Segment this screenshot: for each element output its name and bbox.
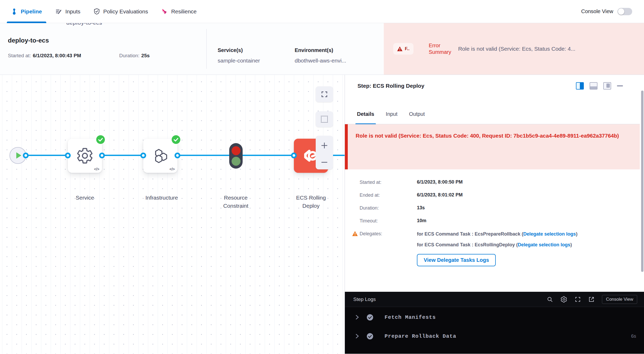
tab-policy-evaluations[interactable]: Policy Evaluations <box>94 0 148 23</box>
step-details-panel: Step: ECS Rolling Deploy Details Input O… <box>345 75 644 354</box>
zoom-out-button[interactable] <box>320 161 328 164</box>
tab-inputs[interactable]: Inputs <box>55 0 80 23</box>
divider <box>206 29 207 69</box>
failed-status-text: F.. <box>405 46 410 51</box>
canvas-select-button[interactable] <box>316 111 333 127</box>
error-summary-strip: F.. Error Summary Role is not valid (Ser… <box>384 23 644 75</box>
detail-label: Timeout: <box>360 218 417 224</box>
delegate-entry: for ECS Command Task : EcsPrepareRollbac… <box>417 231 577 237</box>
step-logs-header: Step Logs Console View <box>345 292 644 307</box>
tab-label: Policy Evaluations <box>103 8 148 15</box>
log-section-duration: 6s <box>631 334 636 339</box>
layout-bottom-panel-button[interactable] <box>590 82 597 90</box>
detail-label: Started at: <box>360 179 417 185</box>
console-view-toggle[interactable] <box>617 8 632 15</box>
detail-value: 10m <box>417 218 426 224</box>
services-label: Service(s) <box>218 47 260 53</box>
marquee-icon <box>321 116 328 123</box>
started-at-label: Started at: <box>8 53 31 59</box>
error-summary-text: Role is not valid (Service: Ecs, Status … <box>458 46 644 52</box>
zoom-in-button[interactable] <box>320 142 328 149</box>
node-service[interactable]: </> <box>68 139 102 173</box>
duration-label: Duration: <box>119 53 139 59</box>
step-panel-title: Step: ECS Rolling Deploy <box>357 83 424 89</box>
services-value[interactable]: sample-container <box>218 58 260 64</box>
environments-block: Environment(s) dbothwell-aws-envi... <box>295 47 346 64</box>
traffic-green-light <box>232 157 241 166</box>
node-label-resource-constraint: Resource Constraint <box>217 194 254 210</box>
inputs-icon <box>55 8 62 15</box>
tab-output[interactable]: Output <box>409 104 425 124</box>
detail-value: 6/1/2023, 8:00:50 PM <box>417 179 463 185</box>
node-label-infrastructure: Infrastructure <box>141 194 183 202</box>
node-label-service: Service <box>67 194 103 202</box>
log-row[interactable]: Prepare Rollback Data 6s <box>345 327 644 345</box>
log-row[interactable]: Fetch Manifests <box>345 309 644 326</box>
port <box>99 153 105 158</box>
step-logs-title: Step Logs <box>353 296 376 302</box>
shield-check-icon <box>94 8 100 15</box>
tab-input[interactable]: Input <box>386 104 397 124</box>
tab-resilience[interactable]: Resilience <box>161 0 197 23</box>
error-banner-text: Role is not valid (Service: Ecs, Status … <box>348 124 630 169</box>
main-area: </> </> <box>0 75 644 354</box>
detail-row-duration: Duration: 13s <box>360 205 628 211</box>
canvas-fullscreen-button[interactable] <box>316 86 333 102</box>
gear-icon[interactable] <box>560 296 567 303</box>
execution-header: deploy-to-ecs deploy-to-ecs Started at: … <box>0 23 644 75</box>
edge <box>242 155 294 156</box>
detail-label: Duration: <box>360 205 417 211</box>
view-delegate-tasks-logs-button[interactable]: View Delegate Tasks Logs <box>417 254 496 266</box>
warning-triangle-icon <box>352 231 358 236</box>
traffic-red-light <box>232 146 241 155</box>
app-root: Pipeline Inputs Policy Evaluations <box>0 0 644 354</box>
open-in-new-icon[interactable] <box>588 296 595 303</box>
detail-label: Delegates: <box>360 231 417 266</box>
tab-label: Inputs <box>65 8 80 15</box>
hexagons-icon <box>152 147 169 164</box>
node-resource-constraint[interactable] <box>229 143 243 169</box>
chevron-right-icon[interactable] <box>355 334 359 339</box>
check-circle-icon <box>366 314 374 321</box>
detail-label: Ended at: <box>360 192 417 198</box>
layout-floating-panel-button[interactable] <box>603 82 611 90</box>
detail-row-ended: Ended at: 6/1/2023, 8:01:02 PM <box>360 192 628 198</box>
pipeline-icon <box>11 8 17 15</box>
step-tabs: Details Input Output <box>345 104 640 124</box>
execution-summary: deploy-to-ecs Started at: 6/1/2023, 8:00… <box>8 37 150 59</box>
delegate-selection-logs-link[interactable]: Delegate selection logs <box>518 242 570 247</box>
tab-details[interactable]: Details <box>357 104 374 124</box>
error-summary-label: Error Summary <box>429 42 458 55</box>
started-at-value: 6/1/2023, 8:00:43 PM <box>33 53 81 59</box>
console-view-label: Console View <box>581 8 613 14</box>
panel-scrollbar[interactable] <box>641 91 643 272</box>
logs-console-view-button[interactable]: Console View <box>602 295 637 304</box>
pipeline-canvas[interactable]: </> </> <box>0 75 345 354</box>
tab-pipeline[interactable]: Pipeline <box>11 0 42 23</box>
code-glyph: </> <box>170 167 175 171</box>
toggle-knob <box>618 8 624 15</box>
fullscreen-icon[interactable] <box>575 296 581 303</box>
canvas-zoom-controls <box>316 136 333 169</box>
failed-status-badge: F.. <box>393 43 413 55</box>
warning-triangle-icon <box>397 46 402 51</box>
minimize-panel-button[interactable] <box>617 85 623 86</box>
edge <box>26 155 68 156</box>
edge <box>178 155 230 156</box>
chevron-right-icon[interactable] <box>355 315 359 320</box>
log-section-label: Fetch Manifests <box>385 314 436 320</box>
port <box>140 153 146 158</box>
environments-value[interactable]: dbothwell-aws-envi... <box>295 58 346 64</box>
panel-layout-controls <box>576 82 623 90</box>
detail-row-delegates: Delegates: for ECS Command Task : EcsPre… <box>360 231 628 266</box>
layout-right-panel-button[interactable] <box>576 82 584 90</box>
tab-label: Pipeline <box>21 8 42 15</box>
delegate-selection-logs-link[interactable]: Delegate selection logs <box>523 231 576 237</box>
search-icon[interactable] <box>547 296 553 303</box>
detail-value: 6/1/2023, 8:01:02 PM <box>417 192 463 198</box>
detail-row-timeout: Timeout: 10m <box>360 218 628 224</box>
gear-icon <box>76 147 94 164</box>
step-error-banner: Role is not valid (Service: Ecs, Status … <box>345 124 640 169</box>
code-glyph: </> <box>94 167 99 171</box>
node-infrastructure[interactable]: </> <box>143 139 177 173</box>
